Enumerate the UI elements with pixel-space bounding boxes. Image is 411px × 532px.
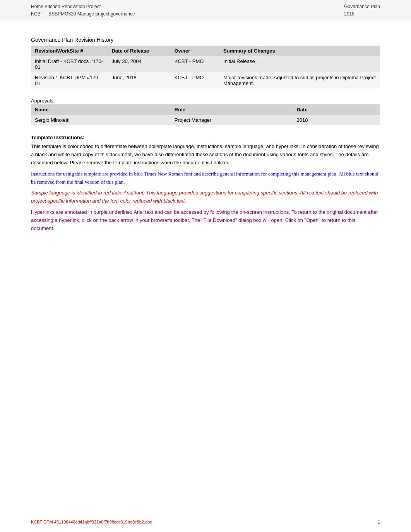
footer-page-number: 1 [378, 520, 380, 524]
template-blue-text: Instructions for using this template are… [31, 170, 380, 186]
revision-section-title: Governance Plan Revision History [31, 37, 380, 44]
header-course-code: KCBT – BSBPMG520 Manage project governan… [31, 10, 135, 18]
col-header-revision: Revision/WorkSite # [31, 46, 108, 56]
header-right: Governance Plan 2018 [344, 3, 380, 18]
summary-cell: Major revisions made. Adjusted to suit a… [219, 72, 380, 89]
revision-cell: Initial Draft - KCBT docs #170-01 [31, 56, 108, 72]
col-header-role: Role [171, 104, 293, 115]
page: Home Kitchen Renovation Project KCBT – B… [0, 0, 411, 532]
template-purple-text: Hyperlinks are annotated in purple under… [31, 208, 380, 232]
revision-table: Revision/WorkSite # Date of Release Owne… [31, 46, 380, 89]
col-header-summary: Summary of Changes [219, 46, 380, 56]
header-year: 2018 [344, 10, 380, 18]
header-project-name: Home Kitchen Renovation Project [31, 3, 135, 10]
date-cell: July 30, 2004 [108, 56, 170, 72]
col-header-appdate: Date [293, 104, 380, 115]
owner-cell: KCBT - PMO [171, 56, 219, 72]
revision-table-header-row: Revision/WorkSite # Date of Release Owne… [31, 46, 380, 56]
col-header-owner: Owner [171, 46, 219, 56]
date-cell: 2018 [293, 115, 380, 125]
approvals-label: Approvals [31, 98, 380, 104]
col-header-name: Name [31, 104, 171, 115]
footer-doc-id: KCBT DPM 451196448cd41abff031a0f7b98ccc8… [31, 520, 152, 524]
col-header-date: Date of Release [108, 46, 170, 56]
header-left: Home Kitchen Renovation Project KCBT – B… [31, 3, 135, 18]
owner-cell: KCBT - PMO [171, 72, 219, 89]
header: Home Kitchen Renovation Project KCBT – B… [0, 0, 411, 21]
approvals-table: Name Role Date Sergio Minoletti Project … [31, 104, 380, 125]
table-row: Sergio Minoletti Project Manager 2018 [31, 115, 380, 125]
table-row: Revision 1 KCBT DPM #170-01 June, 2018 K… [31, 72, 380, 89]
template-instructions-body: This template is color coded to differen… [31, 143, 380, 167]
header-doc-type: Governance Plan [344, 3, 380, 10]
template-instructions-title: Template Instructions: [31, 135, 380, 140]
template-instructions-section: Template Instructions: This template is … [31, 135, 380, 232]
table-row: Initial Draft - KCBT docs #170-01 July 3… [31, 56, 380, 72]
role-cell: Project Manager [171, 115, 293, 125]
approvals-header-row: Name Role Date [31, 104, 380, 115]
template-red-text: Sample language is identified in red ita… [31, 189, 380, 205]
footer: KCBT DPM 451196448cd41abff031a0f7b98ccc8… [0, 517, 411, 524]
summary-cell: Initial Release [219, 56, 380, 72]
date-cell: June, 2018 [108, 72, 170, 89]
name-cell: Sergio Minoletti [31, 115, 171, 125]
main-content: Governance Plan Revision History Revisio… [0, 21, 411, 259]
revision-cell: Revision 1 KCBT DPM #170-01 [31, 72, 108, 89]
